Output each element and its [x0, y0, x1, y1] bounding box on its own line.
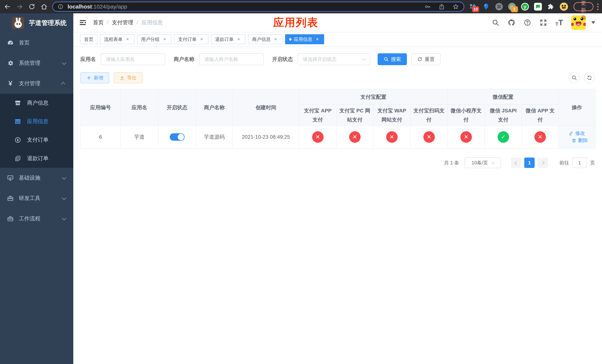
status-toggle[interactable]: [170, 133, 184, 141]
browser-forward-icon[interactable]: [16, 3, 23, 10]
col-alipay-wap: 支付宝 WAP 网站支付: [373, 105, 410, 126]
extension-balloon-icon[interactable]: [482, 3, 490, 11]
merchant-name-input[interactable]: [199, 53, 264, 65]
browser-home-icon[interactable]: [41, 3, 47, 10]
cell-app-id: 6: [81, 126, 120, 148]
close-icon[interactable]: ×: [273, 36, 279, 42]
tab-refund-order[interactable]: 退款订单×: [211, 34, 246, 44]
extension-avatar-icon[interactable]: 1: [508, 3, 516, 11]
sidebar-item-pay-order[interactable]: 支付订单: [0, 131, 73, 149]
page-content: 应用名 商户名称 开启状态 请选择开启状态 搜索 重置: [73, 47, 602, 364]
toggle-search-button[interactable]: [569, 72, 580, 83]
chevron-down-icon: [491, 161, 495, 164]
sidebar-item-devtools[interactable]: 研发工具: [0, 188, 73, 208]
status-label: 开启状态: [272, 56, 293, 63]
next-page-button[interactable]: [538, 158, 548, 168]
extension-command-icon[interactable]: ⌘: [495, 3, 503, 11]
breadcrumb-payment[interactable]: 支付管理: [112, 19, 133, 26]
help-icon[interactable]: [524, 19, 531, 26]
tab-merchant-info[interactable]: 商户信息×: [248, 34, 282, 44]
browser-reload-icon[interactable]: [29, 3, 35, 10]
extension-diamond-icon[interactable]: 10: [469, 3, 477, 11]
yen-icon: ¥: [7, 80, 14, 87]
profile-emoji-avatar[interactable]: [560, 3, 568, 11]
search-icon[interactable]: [492, 19, 499, 26]
channel-status-wechat-app: ✕: [534, 131, 546, 143]
tab-home[interactable]: 首页: [80, 34, 97, 44]
site-info-icon[interactable]: [58, 4, 64, 10]
bookmark-star-icon[interactable]: [453, 3, 459, 10]
browser-update-button[interactable]: 更新: [573, 2, 593, 11]
sidebar-item-payment[interactable]: ¥ 支付管理: [0, 73, 73, 94]
cell-app-name: 芋道: [120, 126, 158, 148]
status-select[interactable]: 请选择开启状态: [298, 53, 370, 65]
close-icon[interactable]: ×: [199, 36, 204, 42]
font-size-icon[interactable]: TT: [555, 19, 563, 26]
extension-y-icon[interactable]: y: [521, 3, 529, 11]
app-logo-row[interactable]: 芋道管理系统: [0, 13, 73, 32]
search-button[interactable]: 搜索: [378, 53, 407, 65]
chevron-down-icon: [62, 60, 66, 65]
sidebar-item-system[interactable]: 系统管理: [0, 53, 73, 73]
chevron-down-icon: [362, 57, 366, 61]
sidebar-item-workflow[interactable]: 工作流程: [0, 208, 73, 229]
avatar-caret-down-icon[interactable]: [591, 21, 595, 24]
storefront-icon: [14, 99, 22, 107]
sidebar-collapse-icon[interactable]: [79, 19, 87, 26]
tab-pay-order[interactable]: 支付订单×: [174, 34, 208, 44]
cell-created: 2021-10-23 08:49:25: [233, 126, 299, 148]
page-size-select[interactable]: 10条/页: [465, 157, 501, 168]
add-button[interactable]: 新增: [80, 72, 109, 83]
col-app-id: 应用编号: [81, 89, 120, 126]
sidebar-item-infrastructure[interactable]: 基础设施: [0, 168, 73, 188]
close-icon[interactable]: ×: [162, 36, 167, 42]
pencil-icon: [569, 131, 574, 136]
table-row: 6 芋道 芋道源码 2021-10-23 08:49:25 ✕ ✕ ✕ ✕ ✕ …: [81, 126, 595, 148]
chevron-up-icon: [61, 82, 65, 86]
sidebar-item-merchant-info[interactable]: 商户信息: [0, 94, 73, 112]
channel-status-wechat-mini: ✕: [460, 131, 472, 143]
extension-chat-icon[interactable]: [534, 3, 542, 11]
share-icon[interactable]: [439, 3, 445, 10]
extensions-puzzle-icon[interactable]: [547, 3, 555, 11]
sidebar-item-refund-order[interactable]: 退款订单: [0, 149, 73, 168]
prev-page-button[interactable]: [511, 158, 521, 168]
sidebar-item-app-info[interactable]: 应用信息: [0, 112, 73, 131]
close-icon[interactable]: ×: [314, 36, 320, 42]
tags-view-bar: 首页 流程表单× 用户分组× 支付订单× 退款订单× 商户信息× 应用信息×: [73, 32, 602, 47]
github-icon[interactable]: [508, 19, 515, 26]
document-copy-icon: [14, 155, 22, 162]
col-wechat-mini: 微信小程序支付: [448, 105, 485, 126]
address-bar[interactable]: localhost:1024/pay/app: [52, 2, 464, 12]
edit-button[interactable]: 修改: [569, 130, 585, 137]
tab-user-group[interactable]: 用户分组×: [137, 34, 172, 44]
browser-back-icon[interactable]: [4, 3, 11, 10]
password-key-icon[interactable]: [424, 3, 431, 10]
app-name-input[interactable]: [101, 53, 165, 65]
tab-process-form[interactable]: 流程表单×: [100, 34, 134, 44]
extensions-area: 10 ⌘ 1 y: [469, 3, 568, 11]
page-unit-label: 页: [590, 160, 595, 166]
reset-button[interactable]: 重置: [411, 53, 441, 65]
extension-badge: 1: [511, 6, 518, 12]
close-icon[interactable]: ×: [125, 36, 130, 42]
browser-menu-kebab-icon[interactable]: [597, 3, 599, 10]
refresh-button[interactable]: [584, 72, 595, 83]
goto-page-input[interactable]: [572, 158, 587, 168]
export-button[interactable]: 导出: [114, 72, 142, 83]
delete-button[interactable]: 删除: [571, 137, 588, 144]
toolbox-icon: [7, 195, 14, 202]
gear-icon: [7, 59, 14, 67]
user-avatar[interactable]: [571, 15, 586, 30]
url-text[interactable]: localhost:1024/pay/app: [68, 3, 127, 10]
col-app-name: 应用名: [120, 89, 158, 126]
top-navbar: 首页 / 支付管理 / 应用信息 应用列表 TT: [73, 13, 602, 32]
col-wechat-app: 微信 APP 支付: [522, 105, 559, 126]
app-name-label: 应用名: [80, 56, 96, 63]
close-icon[interactable]: ×: [236, 36, 241, 42]
fullscreen-icon[interactable]: [539, 19, 547, 26]
breadcrumb-home[interactable]: 首页: [93, 19, 104, 26]
sidebar-item-home[interactable]: 首页: [0, 32, 73, 53]
tab-app-info-active[interactable]: 应用信息×: [285, 34, 324, 44]
current-page-button[interactable]: 1: [524, 158, 535, 168]
